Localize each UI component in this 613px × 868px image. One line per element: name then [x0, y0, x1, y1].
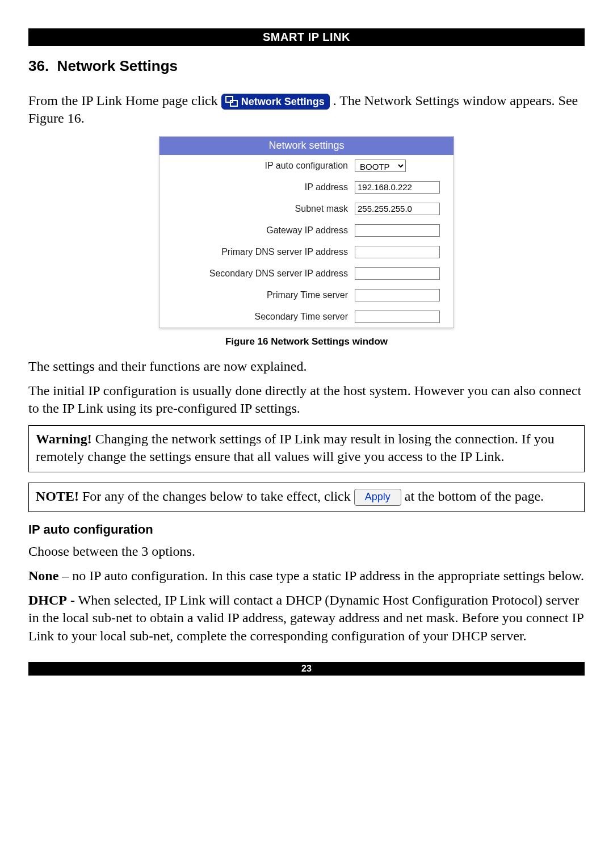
dns1-input[interactable]	[355, 246, 440, 258]
label-dns2: Secondary DNS server IP address	[165, 269, 355, 279]
row-time1: Primary Time server	[159, 284, 454, 306]
header-bar: SMART IP LINK	[28, 28, 585, 46]
network-settings-button[interactable]: Network Settings	[221, 94, 330, 110]
option-dhcp-text: - When selected, IP Link will contact a …	[28, 593, 583, 643]
document-page: SMART IP LINK 36. Network Settings From …	[0, 0, 613, 868]
row-ip-auto: IP auto configuration BOOTP	[159, 155, 454, 177]
section-heading: 36. Network Settings	[28, 57, 585, 75]
panel-title: Network settings	[159, 137, 454, 155]
row-gateway: Gateway IP address	[159, 220, 454, 241]
subnet-input[interactable]	[355, 203, 440, 215]
svg-rect-1	[230, 100, 237, 106]
note-post: at the bottom of the page.	[405, 489, 544, 504]
label-subnet: Subnet mask	[165, 204, 355, 214]
time2-input[interactable]	[355, 311, 440, 323]
figure-caption: Figure 16 Network Settings window	[28, 336, 585, 347]
label-ip-address: IP address	[165, 182, 355, 192]
figure-network-settings: Network settings IP auto configuration B…	[159, 136, 454, 328]
label-time1: Primary Time server	[165, 290, 355, 300]
warning-body: Changing the network settings of IP Link…	[36, 431, 555, 464]
note-pre: For any of the changes below to take eff…	[79, 489, 354, 504]
row-subnet: Subnet mask	[159, 198, 454, 220]
option-dhcp-label: DHCP	[28, 593, 67, 607]
row-dns1: Primary DNS server IP address	[159, 241, 454, 263]
label-gateway: Gateway IP address	[165, 225, 355, 236]
option-dhcp: DHCP - When selected, IP Link will conta…	[28, 592, 585, 645]
label-dns1: Primary DNS server IP address	[165, 247, 355, 257]
label-time2: Secondary Time server	[165, 312, 355, 322]
ip-auto-select[interactable]: BOOTP	[355, 160, 406, 172]
intro-text-pre: From the IP Link Home page click	[28, 93, 221, 108]
time1-input[interactable]	[355, 289, 440, 301]
row-time2: Secondary Time server	[159, 306, 454, 328]
warning-label: Warning!	[36, 431, 92, 446]
note-label: NOTE!	[36, 489, 79, 504]
svg-rect-0	[226, 97, 233, 102]
option-none-text: – no IP auto configuration. In this case…	[58, 568, 584, 583]
network-settings-button-label: Network Settings	[241, 97, 325, 108]
option-none-label: None	[28, 568, 58, 583]
row-dns2: Secondary DNS server IP address	[159, 263, 454, 284]
row-ip-address: IP address	[159, 177, 454, 198]
dns2-input[interactable]	[355, 267, 440, 280]
apply-button[interactable]: Apply	[354, 489, 401, 505]
intro-paragraph: From the IP Link Home page click Network…	[28, 92, 585, 128]
section-number: 36.	[28, 57, 49, 74]
gateway-input[interactable]	[355, 224, 440, 237]
sub-heading-ip-auto: IP auto configuration	[28, 522, 585, 537]
warning-box: Warning! Changing the network settings o…	[28, 425, 585, 472]
paragraph-choose: Choose between the 3 options.	[28, 543, 585, 560]
note-box: NOTE! For any of the changes below to ta…	[28, 483, 585, 512]
warning-text: Warning! Changing the network settings o…	[36, 430, 577, 466]
network-icon	[225, 96, 238, 107]
section-title: Network Settings	[57, 57, 178, 74]
label-ip-auto: IP auto configuration	[165, 161, 355, 171]
note-text: NOTE! For any of the changes below to ta…	[36, 488, 577, 506]
network-settings-panel: Network settings IP auto configuration B…	[159, 136, 454, 328]
ip-address-input[interactable]	[355, 181, 440, 194]
paragraph-initial-config: The initial IP configuration is usually …	[28, 382, 585, 417]
option-none: None – no IP auto configuration. In this…	[28, 567, 585, 585]
footer-bar: 23	[28, 662, 585, 676]
paragraph-explained: The settings and their functions are now…	[28, 358, 585, 375]
